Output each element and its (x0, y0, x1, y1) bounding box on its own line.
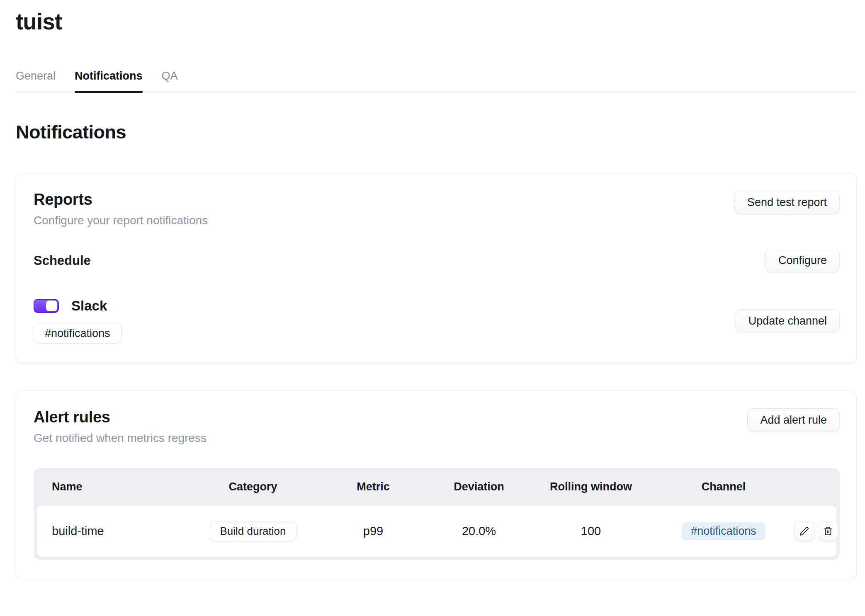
column-header-channel: Channel (653, 480, 794, 493)
alert-rules-subtitle: Get notified when metrics regress (34, 432, 207, 445)
alert-rules-heading-group: Alert rules Get notified when metrics re… (34, 408, 207, 445)
column-header-deviation: Deviation (429, 480, 529, 493)
tab-bar: General Notifications QA (16, 70, 857, 92)
schedule-row: Schedule Configure (34, 249, 840, 272)
slack-toggle-row: Slack (34, 298, 121, 314)
tab-general[interactable]: General (16, 70, 56, 92)
schedule-label: Schedule (34, 253, 91, 268)
toggle-thumb-icon (46, 301, 57, 311)
settings-page: tuist General Notifications QA Notificat… (16, 0, 857, 580)
column-header-category: Category (189, 480, 317, 493)
cell-rolling-window: 100 (529, 524, 653, 538)
slack-channel-chip[interactable]: #notifications (34, 323, 121, 344)
alert-rules-card-header: Alert rules Get notified when metrics re… (34, 408, 840, 445)
cell-deviation: 20.0% (429, 524, 529, 538)
edit-rule-button[interactable] (794, 521, 814, 541)
table-row: build-time Build duration p99 20.0% 100 … (37, 505, 836, 557)
category-badge: Build duration (210, 521, 296, 541)
reports-card-heading-group: Reports Configure your report notificati… (34, 191, 208, 227)
column-header-metric: Metric (317, 480, 429, 493)
alert-rules-card: Alert rules Get notified when metrics re… (16, 390, 857, 580)
configure-button[interactable]: Configure (765, 249, 840, 272)
add-alert-rule-button[interactable]: Add alert rule (747, 408, 840, 432)
tab-qa[interactable]: QA (162, 70, 178, 92)
reports-title: Reports (34, 191, 208, 209)
channel-link-badge[interactable]: #notifications (682, 522, 765, 540)
trash-icon (824, 526, 833, 536)
slack-toggle[interactable] (34, 299, 59, 313)
pencil-icon (799, 526, 809, 536)
slack-label: Slack (71, 298, 107, 314)
alert-rules-title: Alert rules (34, 408, 207, 426)
reports-card-header: Reports Configure your report notificati… (34, 191, 840, 227)
cell-metric: p99 (317, 524, 429, 538)
slack-row: Slack #notifications Update channel (34, 298, 840, 344)
section-title: Notifications (16, 121, 857, 143)
cell-name: build-time (52, 524, 189, 538)
reports-card: Reports Configure your report notificati… (16, 173, 857, 364)
column-header-rolling-window: Rolling window (529, 480, 653, 493)
table-header-row: Name Category Metric Deviation Rolling w… (34, 468, 840, 505)
slack-settings-group: Slack #notifications (34, 298, 121, 344)
page-title: tuist (16, 0, 857, 35)
reports-subtitle: Configure your report notifications (34, 214, 208, 227)
cell-channel: #notifications (653, 522, 794, 540)
update-channel-button[interactable]: Update channel (736, 309, 840, 333)
alert-rules-table: Name Category Metric Deviation Rolling w… (34, 468, 840, 560)
column-header-name: Name (52, 480, 189, 493)
tab-notifications[interactable]: Notifications (75, 70, 143, 92)
cell-actions (794, 521, 840, 541)
send-test-report-button[interactable]: Send test report (734, 191, 840, 214)
delete-rule-button[interactable] (818, 521, 838, 541)
cell-category: Build duration (189, 521, 317, 541)
